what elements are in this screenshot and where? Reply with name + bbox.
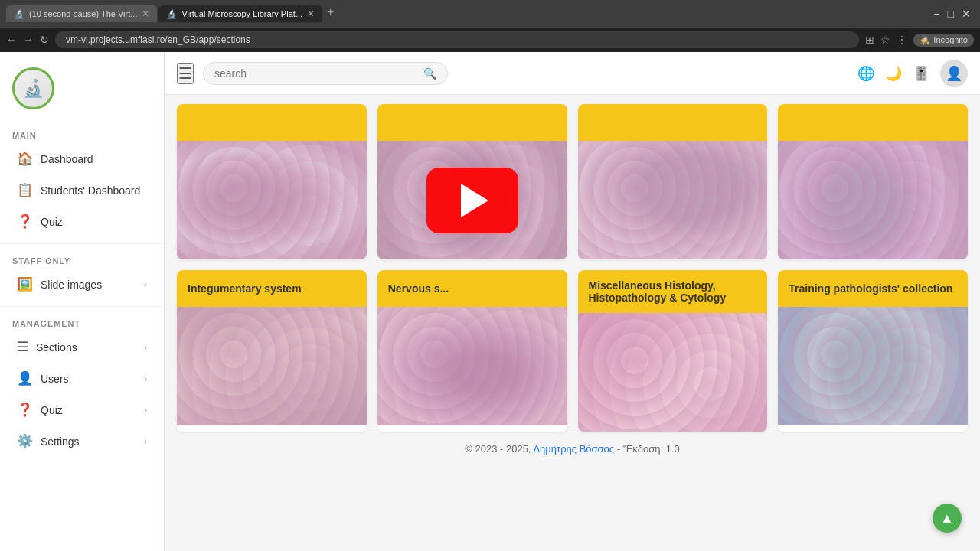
address-input[interactable] xyxy=(55,31,859,48)
close-window-button[interactable]: ✕ xyxy=(962,8,971,20)
slide-images-chevron: › xyxy=(144,279,147,290)
sidebar-label-sections: Sections xyxy=(36,341,77,354)
search-input[interactable] xyxy=(214,67,417,80)
youtube-overlay xyxy=(426,168,518,233)
globe-icon[interactable]: 🌐 xyxy=(858,65,874,82)
footer: © 2023 - 2025, Δημήτρης Βόσσος - 'Έκδοση… xyxy=(177,432,968,465)
card-5[interactable]: Integumentary system xyxy=(177,270,367,432)
quiz-main-icon: ❓ xyxy=(17,214,33,230)
card-6-histology xyxy=(377,307,567,425)
card-3-image xyxy=(578,141,768,259)
footer-version: - 'Έκδοση: 1.0 xyxy=(617,443,680,455)
address-bar-icons: ⊞ ☆ ⋮ 🕵️ Incognito xyxy=(865,34,974,47)
sidebar-label-quiz-mgmt: Quiz xyxy=(41,404,63,416)
card-4[interactable] xyxy=(778,104,968,259)
card-1-histology xyxy=(177,141,367,259)
incognito-badge: 🕵️ Incognito xyxy=(913,34,974,47)
quiz-mgmt-icon: ❓ xyxy=(17,402,33,418)
incognito-label: Incognito xyxy=(933,35,968,44)
bookmark-icon[interactable]: ☆ xyxy=(880,34,890,46)
students-dashboard-icon: 📋 xyxy=(17,182,33,198)
card-4-histology xyxy=(778,141,968,259)
card-3-histology xyxy=(578,141,768,259)
tab2-favicon: 🔬 xyxy=(166,9,177,19)
card-2[interactable] xyxy=(377,104,567,259)
top-header: ☰ 🔍 🌐 🌙 🎚️ 👤 xyxy=(165,52,980,95)
youtube-play-button[interactable] xyxy=(426,168,518,233)
card-5-title: Integumentary system xyxy=(188,282,302,295)
tab1-close[interactable]: ✕ xyxy=(142,8,149,19)
sidebar: 🔬 MAIN 🏠 Dashboard 📋 Students' Dashboard… xyxy=(0,52,165,551)
sidebar-item-slide-images[interactable]: 🖼️ Slide images › xyxy=(5,269,159,299)
card-7-image xyxy=(578,313,768,432)
card-7-histology xyxy=(578,313,768,432)
card-5-image xyxy=(177,307,367,425)
sidebar-section-staff: STAFF ONLY xyxy=(0,250,164,269)
back-button[interactable]: ← xyxy=(6,34,17,46)
user-avatar[interactable]: 👤 xyxy=(940,60,968,87)
incognito-icon: 🕵️ xyxy=(920,35,930,45)
card-8-title: Training pathologists' collection xyxy=(789,282,952,295)
card-4-header xyxy=(778,104,968,141)
sidebar-section-management: MANAGEMENT xyxy=(0,313,164,331)
sidebar-divider-2 xyxy=(0,306,164,307)
settings-icon: ⚙️ xyxy=(17,433,33,449)
users-icon: 👤 xyxy=(17,370,33,386)
sidebar-item-students-dashboard[interactable]: 📋 Students' Dashboard xyxy=(5,175,159,205)
browser-chrome: 🔬 (10 second pause) The Virt... ✕ 🔬 Virt… xyxy=(0,0,980,28)
card-8-header: Training pathologists' collection xyxy=(778,270,968,307)
sections-icon: ☰ xyxy=(17,339,28,355)
card-7[interactable]: Miscellaneous Histology, Histopathology … xyxy=(578,270,768,432)
slide-images-icon: 🖼️ xyxy=(17,276,33,292)
browser-tab-2[interactable]: 🔬 Virtual Microscopy Library Plat... ✕ xyxy=(158,5,322,22)
users-chevron: › xyxy=(144,373,147,384)
sidebar-item-users[interactable]: 👤 Users › xyxy=(5,364,159,393)
card-8-histology xyxy=(778,307,968,425)
tab2-label: Virtual Microscopy Library Plat... xyxy=(181,9,302,18)
footer-author-link[interactable]: Δημήτρης Βόσσος xyxy=(533,443,614,455)
tab1-favicon: 🔬 xyxy=(14,9,24,19)
tab2-close[interactable]: ✕ xyxy=(307,8,315,19)
sidebar-section-main: MAIN xyxy=(0,125,164,143)
browser-tab-1[interactable]: 🔬 (10 second pause) The Virt... ✕ xyxy=(6,5,157,22)
card-4-image xyxy=(778,141,968,259)
card-2-image xyxy=(377,141,567,259)
hamburger-button[interactable]: ☰ xyxy=(177,63,194,84)
card-1-header xyxy=(177,104,367,141)
sidebar-label-quiz-main: Quiz xyxy=(41,216,63,228)
sidebar-item-dashboard[interactable]: 🏠 Dashboard xyxy=(5,144,159,174)
dashboard-icon: 🏠 xyxy=(17,151,33,167)
minimize-button[interactable]: − xyxy=(933,8,939,20)
sidebar-label-settings: Settings xyxy=(41,435,80,448)
settings-chevron: › xyxy=(144,436,147,447)
reload-button[interactable]: ↻ xyxy=(40,34,49,46)
card-8-image xyxy=(778,307,968,425)
scroll-to-top-button[interactable]: ▲ xyxy=(933,504,962,533)
address-bar: ← → ↻ ⊞ ☆ ⋮ 🕵️ Incognito xyxy=(0,28,980,52)
tune-icon[interactable]: 🎚️ xyxy=(913,65,929,82)
dark-mode-icon[interactable]: 🌙 xyxy=(885,65,902,82)
extensions-icon[interactable]: ⋮ xyxy=(897,34,907,46)
maximize-button[interactable]: □ xyxy=(948,8,954,20)
card-6-title: Nervous s... xyxy=(388,282,449,295)
card-3[interactable] xyxy=(578,104,768,259)
quiz-mgmt-chevron: › xyxy=(144,405,147,416)
sidebar-item-sections[interactable]: ☰ Sections › xyxy=(5,332,159,362)
card-1[interactable] xyxy=(177,104,367,259)
app-logo: 🔬 xyxy=(12,67,54,109)
translate-icon[interactable]: ⊞ xyxy=(865,34,874,46)
new-tab-button[interactable]: + xyxy=(324,5,337,22)
card-7-title: Miscellaneous Histology, Histopathology … xyxy=(589,279,757,304)
card-8[interactable]: Training pathologists' collection xyxy=(778,270,968,432)
card-1-image xyxy=(177,141,367,259)
tab1-label: (10 second pause) The Virt... xyxy=(29,9,137,18)
sidebar-logo: 🔬 xyxy=(0,60,164,125)
sidebar-item-quiz-main[interactable]: ❓ Quiz xyxy=(5,207,159,236)
sidebar-item-quiz-mgmt[interactable]: ❓ Quiz › xyxy=(5,395,159,425)
scroll-top-icon: ▲ xyxy=(940,510,954,527)
sidebar-item-settings[interactable]: ⚙️ Settings › xyxy=(5,426,159,456)
forward-button[interactable]: → xyxy=(23,34,34,46)
browser-window-controls: − □ ✕ xyxy=(930,5,974,23)
card-5-header: Integumentary system xyxy=(177,270,367,307)
card-6[interactable]: Nervous s... xyxy=(377,270,567,432)
